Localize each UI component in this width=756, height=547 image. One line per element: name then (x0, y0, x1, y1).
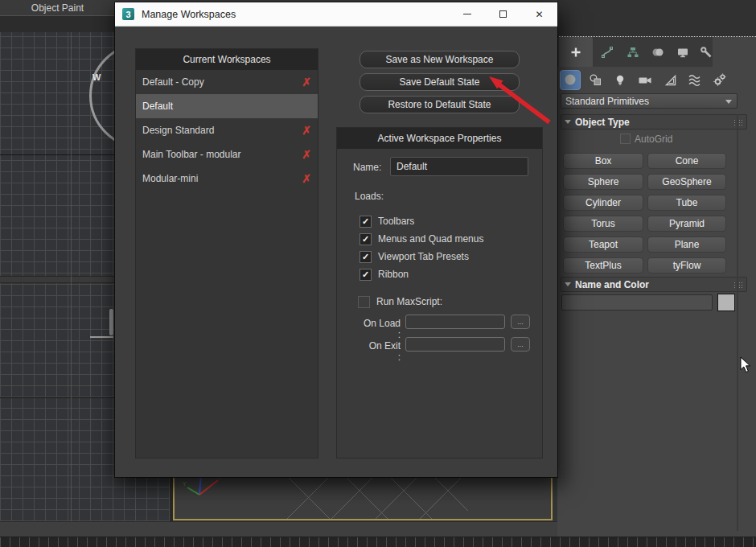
geometry-sphere-icon (563, 72, 577, 87)
viewport-scroll-thumb[interactable] (109, 309, 113, 335)
panel-scrollbar[interactable] (737, 114, 738, 531)
checkbox-label: Run MaxScript: (376, 296, 442, 307)
tab-modify[interactable] (594, 37, 620, 67)
tab-create[interactable] (559, 37, 593, 67)
checkbox-label: Ribbon (378, 269, 409, 280)
3dsmax-logo-icon: 3 (122, 8, 134, 20)
primitive-button-cylinder[interactable]: Cylinder (563, 195, 643, 211)
on-exit-input[interactable] (405, 337, 505, 352)
ribbon-tab-object-paint[interactable]: Object Paint (0, 0, 115, 15)
checkbox-checked-icon[interactable]: ✓ (360, 233, 372, 245)
timeline-ruler[interactable] (0, 537, 756, 547)
viewport-widget-line (90, 336, 113, 338)
autogrid-checkbox[interactable] (620, 134, 631, 144)
primitive-button-cone[interactable]: Cone (647, 153, 726, 169)
minimize-button[interactable] (449, 2, 485, 26)
save-as-new-workspace-button[interactable]: Save as New Workspace (360, 51, 520, 68)
checkbox-checked-icon[interactable]: ✓ (360, 251, 372, 263)
active-workspace-properties-panel: Active Workspace Properties Name: Loads:… (336, 127, 543, 459)
delete-workspace-icon[interactable]: ✗ (302, 124, 311, 137)
tab-hierarchy[interactable] (620, 37, 646, 67)
category-systems[interactable] (709, 70, 730, 90)
checkbox-row-run-maxscript[interactable]: Run MaxScript: (358, 295, 442, 308)
autogrid-label: AutoGrid (635, 134, 672, 145)
checkbox-unchecked-icon[interactable] (358, 296, 370, 308)
primitive-button-torus[interactable]: Torus (563, 216, 643, 232)
category-geometry[interactable] (560, 70, 581, 90)
on-exit-browse-button[interactable]: ... (511, 337, 530, 352)
screen: Object Paint W (0, 0, 756, 547)
on-load-browse-button[interactable]: ... (511, 315, 530, 329)
close-button[interactable]: ✕ (521, 2, 557, 26)
primitive-button-textplus[interactable]: TextPlus (563, 257, 643, 274)
workspace-row-modular-mini[interactable]: Modular-mini ✗ (136, 167, 318, 191)
workspace-label: Default - Copy (142, 76, 204, 88)
dialog-titlebar[interactable]: 3 Manage Workspaces ✕ (115, 2, 557, 27)
primitives-dropdown-value: Standard Primitives (565, 96, 649, 107)
current-workspaces-header: Current Workspaces (136, 49, 318, 70)
workspace-row-main-toolbar-modular[interactable]: Main Toolbar - modular ✗ (136, 142, 318, 167)
workspace-label: Design Standard (142, 125, 214, 136)
checkbox-checked-icon[interactable]: ✓ (360, 216, 372, 228)
primitive-button-geosphere[interactable]: GeoSphere (647, 174, 726, 190)
command-panel-tabs (557, 37, 713, 67)
primitive-button-tube[interactable]: Tube (647, 195, 726, 211)
primitive-button-sphere[interactable]: Sphere (563, 174, 643, 190)
rollout-collapse-icon (565, 282, 571, 286)
helpers-setsquare-icon (664, 73, 677, 87)
category-lights[interactable] (610, 70, 631, 90)
workspace-row-design-standard[interactable]: Design Standard ✗ (136, 118, 318, 142)
window-controls: ✕ (449, 2, 557, 26)
workspace-label: Default (142, 101, 173, 112)
checkbox-row-menus[interactable]: ✓ Menus and Quad menus (360, 232, 483, 245)
checkbox-label: Menus and Quad menus (378, 233, 483, 245)
rollout-object-type[interactable]: Object Type (561, 114, 747, 130)
on-load-label: On Load : (359, 318, 401, 340)
on-load-input[interactable] (405, 315, 505, 329)
chevron-down-icon (725, 100, 732, 104)
primitive-button-teapot[interactable]: Teapot (563, 236, 643, 253)
delete-workspace-icon[interactable]: ✗ (302, 172, 311, 185)
autogrid-row: AutoGrid (557, 132, 756, 146)
rollout-title: Object Type (575, 117, 630, 128)
svg-text:Y: Y (183, 481, 187, 487)
maximize-icon (499, 10, 507, 18)
object-color-swatch[interactable] (717, 294, 735, 311)
checkbox-row-viewport-tab-presets[interactable]: ✓ Viewport Tab Presets (360, 250, 469, 263)
workspace-row-default[interactable]: Default (136, 94, 318, 118)
checkbox-row-toolbars[interactable]: ✓ Toolbars (360, 215, 414, 228)
workspace-label: Modular-mini (142, 173, 198, 184)
minimize-icon (463, 14, 471, 14)
rollout-name-and-color[interactable]: Name and Color (561, 277, 747, 292)
tab-utilities[interactable] (695, 37, 717, 67)
primitives-dropdown[interactable]: Standard Primitives (561, 93, 738, 109)
primitive-button-pyramid[interactable]: Pyramid (647, 216, 726, 232)
panel-top-space (557, 0, 756, 37)
gizmo-label: W (92, 72, 101, 82)
create-plus-icon (569, 46, 582, 59)
workspace-name-input[interactable] (390, 157, 528, 176)
category-helpers[interactable] (659, 70, 680, 90)
category-cameras[interactable] (635, 70, 655, 90)
shapes-icon (589, 73, 602, 87)
maximize-button[interactable] (485, 2, 521, 26)
primitive-button-plane[interactable]: Plane (647, 236, 726, 253)
rollout-collapse-icon (565, 120, 571, 124)
checkbox-row-ribbon[interactable]: ✓ Ribbon (360, 268, 409, 281)
delete-workspace-icon[interactable]: ✗ (302, 76, 311, 88)
object-name-field[interactable] (561, 294, 713, 311)
tab-motion[interactable] (645, 37, 671, 67)
checkbox-checked-icon[interactable]: ✓ (360, 269, 372, 281)
delete-workspace-icon[interactable]: ✗ (302, 148, 311, 161)
close-icon: ✕ (535, 9, 543, 20)
camera-icon (638, 73, 652, 87)
primitive-button-tyflow[interactable]: tyFlow (647, 257, 726, 274)
workspace-row-default-copy[interactable]: Default - Copy ✗ (136, 70, 318, 94)
tab-display[interactable] (670, 37, 696, 67)
primitive-button-box[interactable]: Box (563, 153, 643, 169)
category-shapes[interactable] (585, 70, 606, 90)
workspace-label: Main Toolbar - modular (142, 149, 241, 160)
category-space-warps[interactable] (684, 70, 705, 90)
on-exit-label: On Exit : (367, 340, 401, 363)
lightbulb-icon (613, 73, 627, 87)
